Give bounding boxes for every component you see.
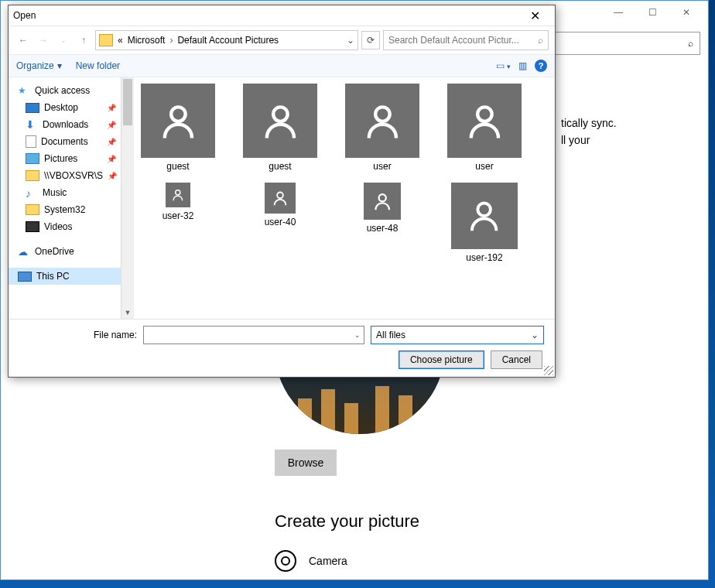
scroll-thumb[interactable] [123, 79, 132, 125]
pin-icon: 📌 [107, 104, 116, 112]
file-item-guest[interactable]: guest [140, 84, 216, 172]
tree-item-this-pc[interactable]: This PC [9, 268, 121, 285]
file-thumbnail [243, 84, 317, 158]
filename-label: File name: [19, 330, 137, 340]
tree-item-videos[interactable]: Videos [9, 218, 121, 235]
bg-close-button[interactable]: ✕ [669, 2, 703, 23]
folder-icon [26, 204, 39, 215]
file-item-guest[interactable]: guest [242, 84, 318, 172]
doc-icon [26, 135, 36, 148]
svg-point-4 [176, 190, 180, 195]
vid-icon [26, 221, 39, 232]
preview-pane-button[interactable]: ▥ [518, 60, 527, 71]
bg-text-line2: ll your [561, 134, 693, 146]
cancel-button[interactable]: Cancel [491, 350, 542, 369]
address-seg-default-pictures[interactable]: Default Account Pictures [177, 35, 279, 46]
tree-item-label: OneDrive [35, 246, 74, 257]
refresh-button[interactable]: ⟳ [361, 31, 380, 50]
help-button[interactable]: ? [535, 60, 547, 72]
svg-point-3 [477, 107, 491, 121]
address-overflow: « [118, 35, 123, 46]
organize-menu[interactable]: Organize ▾ [16, 60, 62, 71]
tree-item-quick-access[interactable]: ★Quick access [9, 82, 121, 99]
camera-option[interactable]: Camera [275, 550, 347, 572]
dialog-search-input[interactable]: Search Default Account Pictur... ⌕ [383, 30, 549, 50]
navigation-tree[interactable]: ★Quick accessDesktop📌⬇Downloads📌Document… [9, 77, 121, 319]
file-item-user-192[interactable]: user-192 [446, 183, 522, 263]
resize-grip[interactable] [544, 366, 553, 375]
bg-minimize-button[interactable]: — [601, 2, 635, 23]
file-item-user-40[interactable]: user-40 [242, 183, 318, 263]
file-name-label: user-40 [265, 217, 296, 227]
nav-up-button[interactable]: ↑ [75, 32, 92, 49]
choose-picture-button[interactable]: Choose picture [399, 350, 484, 369]
pin-icon: 📌 [108, 172, 117, 180]
tree-item--vboxsvr-s[interactable]: \\VBOXSVR\S📌 [9, 167, 121, 184]
file-thumbnail [141, 84, 215, 158]
create-picture-heading: Create your picture [275, 511, 419, 532]
file-name-label: user [373, 161, 391, 172]
bg-maximize-button[interactable]: ☐ [635, 2, 669, 23]
tree-item-system32[interactable]: System32 [9, 201, 121, 218]
chevron-down-icon: ⌄ [531, 330, 539, 340]
file-thumbnail [447, 84, 522, 158]
music-icon: ♪ [26, 187, 38, 198]
svg-point-2 [375, 107, 389, 121]
nav-back-button[interactable]: ← [15, 32, 32, 49]
address-seg-microsoft[interactable]: Microsoft [128, 35, 166, 46]
file-name-label: guest [269, 161, 291, 172]
new-folder-button[interactable]: New folder [76, 60, 120, 71]
file-name-label: guest [166, 161, 189, 172]
file-item-user-48[interactable]: user-48 [344, 183, 420, 263]
file-thumbnail [345, 84, 419, 158]
tree-item-documents[interactable]: Documents📌 [9, 133, 121, 150]
file-thumbnail [451, 183, 518, 249]
svg-point-7 [478, 203, 491, 217]
tree-item-label: This PC [36, 271, 70, 282]
filetype-select[interactable]: All files ⌄ [371, 326, 544, 344]
tree-item-label: \\VBOXSVR\S [44, 170, 103, 181]
tree-item-label: System32 [44, 204, 85, 215]
nav-forward-button[interactable]: → [35, 32, 52, 49]
tree-item-desktop[interactable]: Desktop📌 [9, 99, 121, 116]
pin-icon: 📌 [107, 155, 116, 163]
onedrive-icon: ☁ [18, 246, 30, 257]
scroll-down-button[interactable]: ▼ [121, 306, 134, 319]
tree-item-label: Music [43, 187, 67, 198]
tree-item-label: Quick access [35, 85, 90, 96]
svg-point-1 [273, 107, 287, 121]
open-file-dialog: Open ✕ ← → ⌄ ↑ « Microsoft › Default Acc… [8, 5, 556, 378]
chevron-icon: › [169, 35, 173, 46]
file-thumbnail [364, 183, 401, 220]
tree-scrollbar[interactable]: ▲ ▼ [121, 77, 134, 319]
file-thumbnail [265, 183, 296, 214]
tree-item-label: Desktop [44, 102, 78, 113]
browse-button[interactable]: Browse [275, 450, 337, 476]
bg-text-line1: tically sync. [561, 117, 693, 129]
address-dropdown-button[interactable]: ⌄ [347, 35, 354, 46]
tree-item-music[interactable]: ♪Music [9, 184, 121, 201]
tree-item-label: Documents [41, 136, 88, 147]
bg-search-input[interactable]: ⌕ [553, 32, 700, 55]
nav-recent-button[interactable]: ⌄ [55, 32, 72, 49]
tree-item-pictures[interactable]: Pictures📌 [9, 150, 121, 167]
file-item-user[interactable]: user [446, 84, 522, 172]
file-item-user-32[interactable]: user-32 [140, 183, 216, 263]
tree-item-label: Downloads [43, 119, 88, 130]
chevron-down-icon: ▾ [57, 60, 62, 71]
filename-input[interactable]: ⌄ [143, 326, 364, 344]
file-item-user[interactable]: user [344, 84, 420, 172]
tree-item-onedrive[interactable]: ☁OneDrive [9, 243, 121, 260]
dialog-close-button[interactable]: ✕ [519, 9, 550, 23]
view-mode-button[interactable]: ▭ ▾ [496, 60, 511, 71]
net-icon [26, 170, 39, 181]
search-placeholder: Search Default Account Pictur... [388, 35, 538, 46]
dialog-nav-row: ← → ⌄ ↑ « Microsoft › Default Account Pi… [9, 26, 555, 54]
filetype-value: All files [376, 330, 405, 340]
folder-icon [99, 34, 113, 46]
file-list[interactable]: guestguestuseruser user-32user-40user-48… [134, 77, 555, 319]
address-bar[interactable]: « Microsoft › Default Account Pictures ⌄ [95, 30, 358, 50]
quick-access-icon: ★ [18, 85, 30, 96]
file-name-label: user [475, 161, 493, 172]
tree-item-downloads[interactable]: ⬇Downloads📌 [9, 116, 121, 133]
